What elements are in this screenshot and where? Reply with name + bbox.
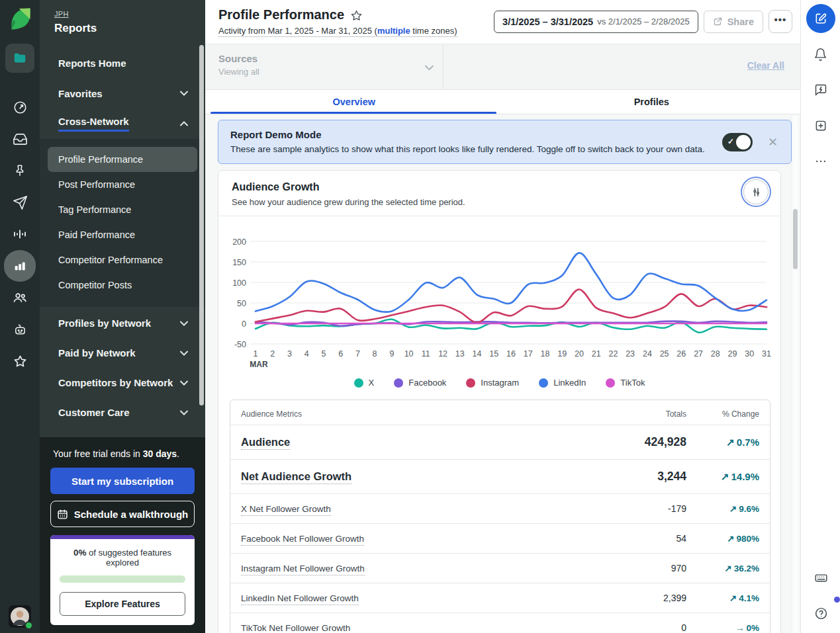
report-header: Profile Performance Activity from Mar 1,… (205, 0, 800, 44)
sidebar-item-customer-care[interactable]: Customer Care (40, 398, 205, 427)
feedback-bubble-icon[interactable] (806, 75, 835, 105)
audience-metrics-table: Audience Metrics Totals % Change Audienc… (230, 400, 770, 633)
inbox-icon[interactable] (4, 123, 36, 155)
svg-text:17: 17 (524, 349, 533, 359)
sidebar-item-tag-performance[interactable]: Tag Performance (48, 197, 197, 222)
report-tabs: Overview Profiles (205, 90, 800, 114)
sidebar-item-competitor-performance[interactable]: Competitor Performance (48, 247, 197, 273)
sidebar-item-internal-performance[interactable]: Internal Performance (40, 427, 205, 437)
pin-icon[interactable] (4, 155, 36, 187)
svg-text:5: 5 (321, 349, 326, 359)
trend-up-icon: ↗ (726, 437, 735, 448)
online-status-dot (24, 621, 33, 630)
svg-text:12: 12 (438, 349, 447, 359)
premium-star-icon[interactable] (4, 345, 36, 377)
multiple-timezones-link[interactable]: multiple (377, 26, 410, 36)
banner-description: These are sample analytics to show what … (230, 144, 712, 154)
audience-growth-card: Audience Growth See how your audience gr… (218, 170, 781, 633)
trend-up-icon: ↗ (729, 504, 737, 514)
svg-text:1: 1 (254, 349, 258, 359)
metric-label[interactable]: Audience (241, 436, 290, 450)
sidebar-item-cross-network[interactable]: Cross-Network (40, 108, 205, 139)
legend-item-facebook[interactable]: Facebook (394, 378, 446, 388)
sidebar-header: JPH Reports (40, 0, 205, 42)
sprout-logo[interactable] (7, 5, 33, 32)
dashboard-icon[interactable] (4, 91, 36, 123)
publishing-icon[interactable] (4, 187, 36, 218)
svg-text:16: 16 (506, 349, 516, 359)
sidebar-item-paid-by-network[interactable]: Paid by Network (40, 338, 205, 368)
sources-dropdown[interactable]: Sources Viewing all (205, 44, 443, 89)
breadcrumb[interactable]: JPH (54, 10, 69, 18)
close-icon[interactable]: ✕ (768, 136, 778, 148)
chart-settings-button[interactable] (743, 179, 769, 204)
legend-item-tiktok[interactable]: TikTok (606, 378, 645, 388)
sidebar-item-profiles-by-network[interactable]: Profiles by Network (40, 308, 205, 338)
people-icon[interactable] (4, 282, 36, 314)
sidebar-item-competitor-posts[interactable]: Competitor Posts (48, 273, 197, 298)
svg-text:2: 2 (270, 349, 275, 359)
user-avatar[interactable] (9, 605, 31, 628)
svg-text:15: 15 (489, 349, 498, 359)
table-row: LinkedIn Net Follower Growth 2,399 ↗4.1% (230, 583, 770, 612)
more-options-button[interactable]: ••• (769, 10, 792, 33)
svg-text:50: 50 (237, 299, 246, 308)
toggle-knob (736, 135, 751, 149)
svg-text:20: 20 (575, 349, 584, 359)
metric-label[interactable]: Facebook Net Follower Growth (241, 534, 364, 546)
more-tools-icon[interactable] (806, 147, 835, 176)
compose-icon (814, 12, 827, 25)
sidebar-item-paid-performance[interactable]: Paid Performance (48, 222, 197, 247)
svg-text:100: 100 (232, 278, 246, 288)
schedule-walkthrough-button[interactable]: Schedule a walkthrough (50, 501, 195, 527)
svg-text:24: 24 (643, 349, 652, 359)
help-button[interactable] (806, 599, 835, 628)
add-widget-icon[interactable] (806, 111, 835, 140)
tab-overview[interactable]: Overview (205, 90, 503, 114)
audience-growth-chart: 200150100500-501234567891011121314151617… (225, 232, 774, 370)
sidebar-item-post-performance[interactable]: Post Performance (48, 172, 197, 197)
listening-icon[interactable] (4, 218, 36, 250)
notifications-bell-icon[interactable] (806, 40, 835, 69)
legend-item-instagram[interactable]: Instagram (466, 378, 519, 388)
date-range-button[interactable]: 3/1/2025 – 3/31/2025 vs 2/1/2025 – 2/28/… (494, 11, 698, 33)
explore-features-button[interactable]: Explore Features (60, 592, 185, 616)
svg-text:30: 30 (745, 349, 754, 359)
demo-mode-toggle[interactable]: ✓ (722, 133, 753, 151)
keyboard-shortcuts-icon[interactable] (806, 563, 835, 592)
metric-label[interactable]: TikTok Net Follower Growth (241, 623, 350, 633)
widget-title: Audience Growth (232, 181, 767, 193)
start-subscription-button[interactable]: Start my subscription (50, 468, 195, 494)
compose-button[interactable] (806, 4, 835, 33)
legend-item-linkedin[interactable]: LinkedIn (539, 378, 586, 388)
clear-all-link[interactable]: Clear All (747, 60, 784, 71)
table-row: X Net Follower Growth -179 ↗9.6% (230, 493, 770, 523)
trial-message: Your free trial ends in 30 days. (50, 448, 195, 459)
sidebar-scrollbar[interactable] (199, 45, 204, 405)
sidebar-item-profile-performance[interactable]: Profile Performance (48, 147, 197, 172)
share-button[interactable]: Share (704, 11, 763, 33)
favorite-star-icon[interactable] (350, 9, 363, 22)
svg-text:25: 25 (660, 349, 669, 359)
tab-profiles[interactable]: Profiles (503, 90, 801, 114)
sidebar-item-competitors-by-network[interactable]: Competitors by Network (40, 368, 205, 398)
features-progress-bar (60, 575, 185, 583)
svg-text:28: 28 (711, 349, 720, 359)
metric-label[interactable]: Net Audience Growth (241, 470, 351, 484)
reports-sidebar: JPH Reports Reports Home Favorites Cross… (40, 0, 205, 633)
main-scrollbar-track[interactable] (792, 115, 798, 633)
metric-label[interactable]: Instagram Net Follower Growth (241, 564, 365, 575)
left-icon-rail (0, 0, 40, 633)
main-scrollbar-thumb[interactable] (793, 209, 798, 269)
metric-label[interactable]: X Net Follower Growth (241, 504, 331, 516)
metric-label[interactable]: LinkedIn Net Follower Growth (241, 593, 359, 605)
legend-item-x[interactable]: X (354, 378, 375, 388)
trend-up-icon: ↗ (724, 564, 731, 573)
sidebar-item-favorites[interactable]: Favorites (40, 78, 205, 108)
workspace-folder-icon[interactable] (5, 44, 34, 73)
reports-icon[interactable] (4, 250, 36, 282)
share-icon (713, 17, 723, 26)
sidebar-item-reports-home[interactable]: Reports Home (40, 48, 205, 78)
svg-text:18: 18 (541, 349, 550, 359)
bot-icon[interactable] (4, 314, 36, 345)
